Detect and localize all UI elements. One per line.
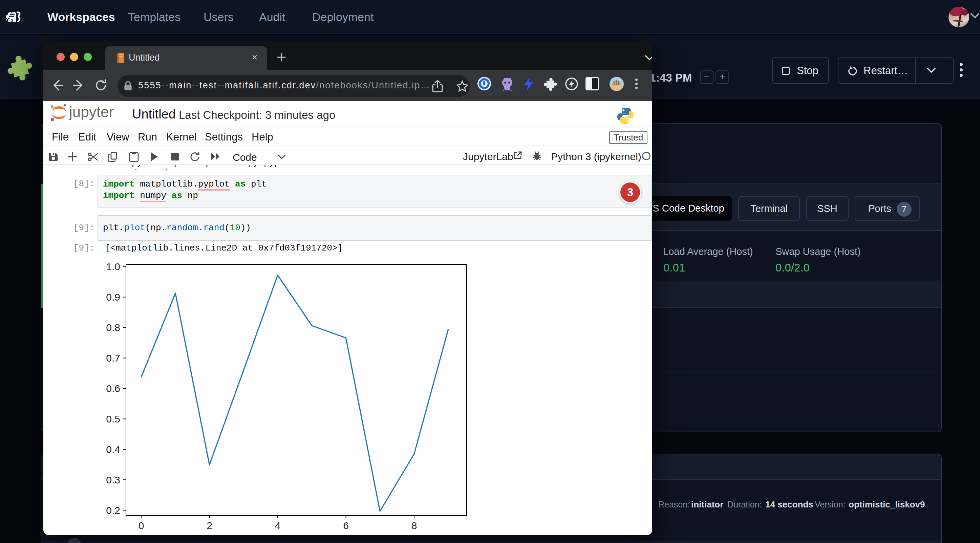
- svg-text:1.0: 1.0: [106, 261, 120, 272]
- svg-text:0.9: 0.9: [106, 292, 120, 303]
- svg-text:8: 8: [411, 520, 417, 531]
- svg-text:2: 2: [207, 520, 212, 531]
- svg-text:0.7: 0.7: [106, 352, 120, 364]
- svg-text:0.3: 0.3: [106, 474, 120, 486]
- svg-text:0.6: 0.6: [106, 383, 120, 394]
- svg-text:6: 6: [343, 520, 349, 531]
- svg-text:0.5: 0.5: [106, 413, 120, 424]
- svg-text:0.2: 0.2: [106, 505, 120, 516]
- svg-text:0: 0: [138, 520, 144, 531]
- svg-text:0.8: 0.8: [106, 322, 120, 333]
- svg-text:4: 4: [275, 520, 281, 531]
- svg-text:0.4: 0.4: [106, 444, 120, 455]
